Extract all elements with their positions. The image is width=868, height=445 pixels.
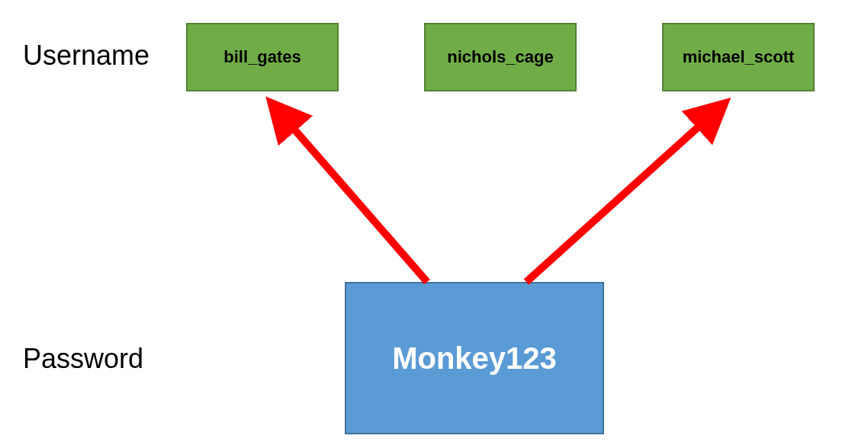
password-text: Monkey123	[392, 341, 557, 376]
username-row-label: Username	[23, 40, 149, 72]
username-box-1: bill_gates	[186, 23, 339, 91]
username-text-1: bill_gates	[223, 47, 301, 67]
username-box-3: michael_scott	[662, 23, 815, 91]
username-text-3: michael_scott	[683, 47, 795, 67]
password-row-label: Password	[23, 343, 143, 375]
arrow-password-to-user1	[275, 107, 427, 282]
username-text-2: nichols_cage	[447, 47, 553, 67]
password-box: Monkey123	[345, 282, 604, 434]
arrow-password-to-user3	[526, 107, 721, 282]
username-box-2: nichols_cage	[424, 23, 577, 91]
